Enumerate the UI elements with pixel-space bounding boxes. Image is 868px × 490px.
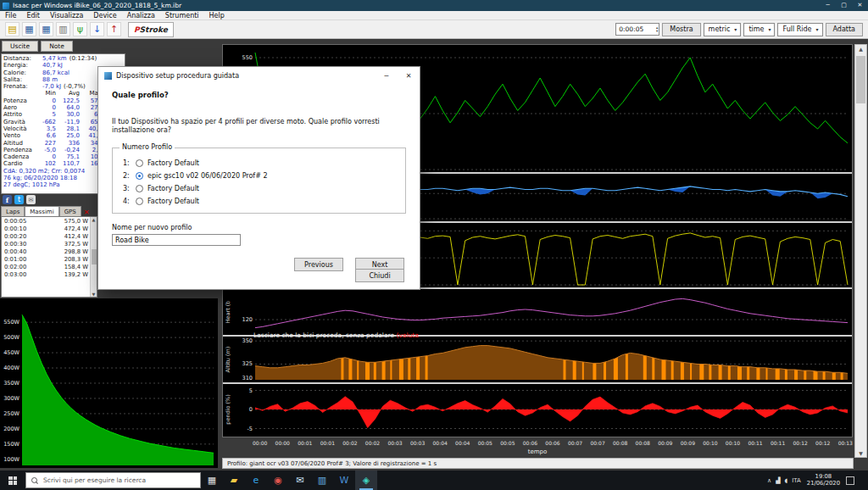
slope-chart[interactable]: 50-5pendio (%): [223, 384, 852, 435]
svg-text:500W: 500W: [3, 334, 19, 341]
menu-item[interactable]: Edit: [21, 12, 45, 19]
profile-option[interactable]: 2: epic gsc10 v02 06/06/2020 Prof# 2: [123, 170, 395, 182]
chiudi-button[interactable]: Chiudi: [355, 269, 404, 282]
uscite-button[interactable]: Uscite: [2, 41, 38, 52]
adatta-button[interactable]: Adatta: [826, 23, 864, 36]
scrollbar-thumb[interactable]: [92, 249, 97, 264]
radio-icon[interactable]: [136, 185, 143, 192]
xaxis-mode-select[interactable]: time▾: [743, 23, 775, 36]
svg-text:5: 5: [249, 387, 253, 394]
maximize-button[interactable]: ▢: [836, 0, 852, 11]
menu-item[interactable]: File: [0, 12, 21, 19]
list-item[interactable]: 0:00:05575,0 W: [2, 217, 97, 225]
svg-text:100W: 100W: [3, 456, 19, 463]
heart-rate-chart[interactable]: 120Heart (b: [223, 289, 852, 335]
svg-text:325: 325: [242, 360, 253, 367]
radio-icon[interactable]: [136, 198, 143, 205]
start-button[interactable]: [0, 471, 25, 490]
x-tick-label: 00:12: [793, 440, 808, 446]
list-scrollbar[interactable]: ▲ ▼: [90, 217, 97, 297]
pstroke-button[interactable]: PStroke: [128, 22, 174, 37]
minimize-button[interactable]: ─: [820, 0, 836, 11]
svg-text:310: 310: [242, 375, 253, 381]
save-as-icon[interactable]: ▦: [39, 22, 53, 36]
x-tick-label: 00:11: [771, 440, 785, 446]
print-icon[interactable]: ▥: [56, 22, 70, 36]
scrollbar-thumb[interactable]: [856, 56, 865, 103]
scroll-up-icon[interactable]: ▲: [92, 217, 96, 222]
mail-icon[interactable]: ✉: [289, 471, 311, 490]
edge-icon[interactable]: e: [245, 471, 267, 490]
time-spinner[interactable]: 0:00:05 ▴▾: [615, 23, 659, 36]
x-tick-label: 00:07: [590, 440, 604, 446]
isaac-app-icon[interactable]: ◈: [355, 471, 377, 490]
profile-option[interactable]: 3: Factory Default: [123, 182, 395, 195]
taskbar-search[interactable]: Scrivi qui per eseguire la ricerca: [25, 472, 201, 488]
profile-option[interactable]: 1: Factory Default: [123, 157, 395, 170]
note-button[interactable]: Note: [41, 41, 73, 52]
spin-down-icon[interactable]: ▾: [656, 30, 658, 33]
scroll-up-icon[interactable]: ▲: [855, 46, 866, 52]
radio-icon[interactable]: [136, 159, 143, 167]
dialog-minimize-button[interactable]: ─: [376, 67, 398, 84]
upload-icon[interactable]: ↑: [107, 22, 121, 36]
language-indicator[interactable]: ITA: [792, 477, 801, 484]
side-tab[interactable]: Laps: [1, 206, 25, 216]
network-icon[interactable]: ▟: [776, 477, 780, 484]
close-button[interactable]: ✕: [852, 0, 868, 11]
action-center-icon[interactable]: [846, 476, 854, 485]
previous-button[interactable]: Previous: [294, 258, 343, 271]
list-item[interactable]: 0:00:30372,5 W: [2, 240, 97, 248]
profile-option[interactable]: 4: Factory Default: [123, 195, 395, 208]
x-tick-label: 00:01: [320, 440, 335, 446]
dialog-title: Dispositivo setup procedura guidata: [116, 72, 371, 80]
menu-item[interactable]: Visualizza: [45, 12, 88, 19]
svg-text:350: 350: [242, 337, 253, 344]
panel-close-icon[interactable]: ✕: [84, 209, 90, 216]
side-tab[interactable]: GPS: [59, 206, 81, 216]
units-select[interactable]: metric▾: [704, 23, 742, 36]
radio-icon[interactable]: [136, 172, 143, 180]
vertical-scrollbar[interactable]: ▲ ▼: [854, 44, 867, 458]
list-item[interactable]: 0:00:20412,4 W: [2, 232, 97, 240]
email-icon[interactable]: ✉: [26, 195, 36, 204]
scroll-down-icon[interactable]: ▼: [92, 292, 96, 297]
menu-item[interactable]: Help: [204, 12, 230, 19]
x-tick-label: 00:09: [681, 440, 695, 446]
list-item[interactable]: 0:03:00139,2 W: [2, 270, 97, 278]
scroll-down-icon[interactable]: ▼: [855, 450, 866, 456]
dialog-close-button[interactable]: ✕: [398, 67, 420, 84]
new-profile-name-input[interactable]: [112, 234, 241, 246]
download-ride-icon[interactable]: ↓: [90, 22, 104, 36]
mostra-button[interactable]: Mostra: [662, 23, 700, 36]
list-item[interactable]: 0:00:40298,8 W: [2, 248, 97, 255]
list-item[interactable]: 0:01:00208,3 W: [2, 255, 97, 263]
x-tick-label: 00:00: [253, 440, 267, 446]
menu-item[interactable]: Analizza: [122, 12, 160, 19]
meanmax-power-chart[interactable]: 550W500W450W400W350W300W250W200W150W100W: [0, 298, 218, 468]
list-item[interactable]: 0:00:10472,4 W: [2, 225, 97, 232]
save-icon[interactable]: ▦: [22, 22, 36, 36]
menu-item[interactable]: Strumenti: [160, 12, 204, 19]
chrome-icon[interactable]: ◉: [267, 471, 289, 490]
taskbar-clock[interactable]: 19:08 21/06/2020: [807, 474, 840, 487]
file-explorer-icon[interactable]: ▰: [223, 471, 245, 490]
altitude-chart[interactable]: 350325310Altitu (m): [223, 337, 852, 382]
profile-label: Factory Default: [147, 198, 199, 205]
list-item[interactable]: 0:02:00158,4 W: [2, 263, 97, 270]
side-tab[interactable]: Massimi: [25, 206, 58, 216]
twitter-icon[interactable]: t: [14, 195, 24, 204]
range-value: Full Ride: [782, 25, 811, 33]
tray-expand-icon[interactable]: ∧: [767, 477, 771, 484]
x-tick-label: 00:05: [500, 440, 515, 446]
chevron-down-icon: ▾: [815, 26, 818, 32]
volume-icon[interactable]: ◖: [785, 477, 788, 484]
task-view-icon[interactable]: ▦: [201, 471, 223, 490]
usb-device-icon[interactable]: ψ: [73, 22, 87, 36]
menu-item[interactable]: Device: [88, 12, 121, 19]
facebook-icon[interactable]: f: [3, 195, 12, 204]
store-icon[interactable]: ▥: [311, 471, 333, 490]
word-icon[interactable]: W: [333, 471, 355, 490]
range-select[interactable]: Full Ride▾: [777, 23, 822, 36]
new-report-icon[interactable]: ▤: [5, 22, 19, 36]
